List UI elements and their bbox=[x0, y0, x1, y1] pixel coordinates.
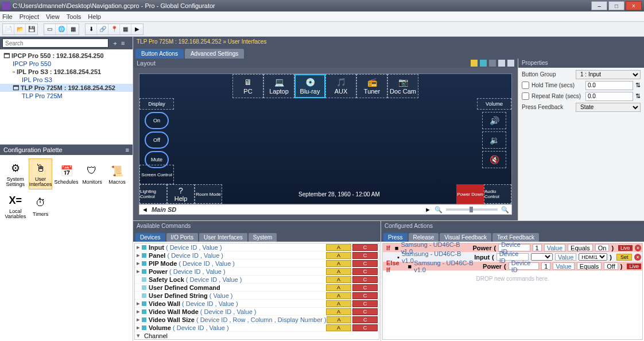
minimize-button[interactable]: ‒ bbox=[591, 1, 607, 10]
help-button[interactable]: ?Help bbox=[167, 184, 195, 204]
search-input[interactable] bbox=[2, 38, 108, 48]
spinner-icon[interactable]: ⇅ bbox=[635, 92, 641, 100]
command-row[interactable]: User Defined Command AC bbox=[135, 284, 379, 292]
source-tuner[interactable]: 📻Tuner bbox=[356, 74, 387, 98]
command-row[interactable]: ▸Video Wall Size ( Device ID , Row , Col… bbox=[135, 316, 379, 324]
power-down-button[interactable]: Power Down bbox=[456, 184, 484, 204]
press-feedback-select[interactable]: State bbox=[576, 103, 641, 112]
display-on-button[interactable]: On bbox=[145, 112, 169, 129]
tree-node[interactable]: ▫ IPL Pro S3 : 192.168.254.251 bbox=[0, 68, 133, 76]
configured-actions-title: Configured Actions bbox=[381, 221, 644, 230]
command-row[interactable]: ▸Video Wall Mode ( Device ID , Value )AC bbox=[135, 308, 379, 316]
tool-play-icon[interactable]: ▶ bbox=[131, 24, 143, 34]
command-row[interactable]: ▸Video Wall ( Device ID , Value )AC bbox=[135, 300, 379, 308]
menu-tools[interactable]: Tools bbox=[67, 13, 82, 20]
live-badge[interactable]: Live bbox=[618, 245, 633, 251]
volume-down-icon[interactable]: 🔉 bbox=[482, 131, 506, 149]
remove-icon[interactable]: × bbox=[635, 245, 641, 251]
close-button[interactable]: × bbox=[626, 1, 642, 10]
action-elseif-line[interactable]: Else If ■ Samsung - UD46C-B v1.0 Power (… bbox=[383, 262, 642, 271]
tab-advanced-settings[interactable]: Advanced Settings bbox=[185, 49, 244, 59]
tool-build-icon[interactable]: ⬇ bbox=[86, 24, 97, 34]
layout-min-icon[interactable] bbox=[489, 60, 496, 67]
palette-schedules[interactable]: 📅Schedules bbox=[53, 158, 79, 189]
set-button[interactable]: Set bbox=[616, 254, 633, 261]
source-pc[interactable]: 🖥PC bbox=[232, 74, 263, 98]
tree-node-selected[interactable]: 🗔 TLP Pro 725M : 192.168.254.252 bbox=[0, 84, 133, 92]
cmdtab-ui[interactable]: User Interfaces bbox=[199, 233, 247, 242]
lighting-button[interactable]: Lighting Control bbox=[139, 184, 167, 204]
tool-globe-icon[interactable]: 🌐 bbox=[56, 24, 67, 34]
menu-file[interactable]: File bbox=[2, 13, 13, 20]
cmdtab-devices[interactable]: Devices bbox=[135, 233, 165, 242]
palette-local-variables[interactable]: X=Local Variables bbox=[3, 191, 28, 222]
menu-help[interactable]: Help bbox=[88, 13, 101, 20]
palette-timers[interactable]: ⏱Timers bbox=[29, 191, 53, 222]
tool-new-icon[interactable]: 📄 bbox=[3, 24, 14, 34]
hold-time-check[interactable] bbox=[522, 82, 529, 89]
command-row[interactable]: ▸PIP Mode ( Device ID , Value )AC bbox=[135, 259, 379, 268]
palette-system-settings[interactable]: ⚙System Settings bbox=[3, 158, 28, 189]
tree-node[interactable]: 🗔 IPCP Pro 550 : 192.168.254.250 bbox=[0, 52, 133, 60]
tool-locate-icon[interactable]: 📍 bbox=[108, 24, 120, 34]
tree-sub[interactable]: IPL Pro S3 bbox=[22, 76, 52, 83]
layout-page-icon[interactable] bbox=[498, 60, 505, 67]
screen-control-button[interactable]: Screen Control bbox=[139, 165, 174, 184]
tree-sub[interactable]: TLP Pro 725M bbox=[22, 92, 63, 99]
layout-window-icon[interactable] bbox=[480, 60, 487, 67]
palette-macros[interactable]: 📜Macros bbox=[105, 158, 129, 189]
tool-open-icon[interactable]: 📂 bbox=[14, 24, 26, 34]
source-doccam[interactable]: 📷Doc Cam bbox=[387, 74, 418, 98]
tool-link-icon[interactable]: 🔗 bbox=[97, 24, 108, 34]
maximize-button[interactable]: □ bbox=[608, 1, 624, 10]
room-mode-button[interactable]: Room Mode bbox=[195, 184, 222, 204]
spinner-icon[interactable]: ⇅ bbox=[635, 82, 641, 89]
hold-time-input[interactable] bbox=[585, 81, 633, 90]
cmdtab-io[interactable]: I/O Ports bbox=[166, 233, 198, 242]
tool-window-icon[interactable]: ▭ bbox=[44, 24, 56, 34]
page-name: Main SD bbox=[152, 206, 176, 213]
command-row[interactable]: Safety Lock ( Device ID , Value )AC bbox=[135, 276, 379, 284]
remove-icon[interactable]: × bbox=[634, 254, 641, 261]
palette-menu-icon[interactable]: ≡ bbox=[126, 146, 129, 153]
layout-grid-icon[interactable] bbox=[471, 60, 478, 67]
add-device-icon[interactable]: ＋ bbox=[111, 39, 119, 47]
command-row[interactable]: User Defined String ( Value )AC bbox=[135, 292, 379, 300]
volume-mute-icon[interactable]: 🔇 bbox=[482, 151, 506, 168]
palette-user-interfaces[interactable]: 🖱User Interfaces bbox=[29, 158, 53, 189]
tree-sub[interactable]: IPCP Pro 550 bbox=[13, 60, 51, 67]
button-group-select[interactable]: 1 : Input bbox=[576, 70, 641, 79]
device-tree: 🗔 IPCP Pro 550 : 192.168.254.250 IPCP Pr… bbox=[0, 49, 133, 145]
zoom-in-icon[interactable]: 🔍 bbox=[501, 206, 509, 214]
zoom-slider[interactable] bbox=[446, 208, 498, 211]
tab-button-actions[interactable]: Button Actions bbox=[135, 49, 184, 59]
tool-grid-icon[interactable]: ▦ bbox=[120, 24, 131, 34]
source-laptop[interactable]: 💻Laptop bbox=[263, 74, 294, 98]
audio-control-button[interactable]: Audio Control bbox=[484, 184, 511, 204]
menu-project[interactable]: Project bbox=[20, 13, 39, 20]
palette-monitors[interactable]: 🛡Monitors bbox=[80, 158, 104, 189]
page-prev-icon[interactable]: ◄ bbox=[142, 206, 148, 213]
volume-up-icon[interactable]: 🔊 bbox=[482, 112, 506, 129]
layout-title: Layout bbox=[137, 60, 156, 67]
value-select[interactable]: HDMI1 bbox=[579, 253, 607, 261]
source-bluray[interactable]: 💿Blu-ray bbox=[294, 74, 325, 98]
page-next-icon[interactable]: ► bbox=[425, 206, 431, 213]
display-off-button[interactable]: Off bbox=[145, 131, 169, 149]
command-row[interactable]: ▸Input ( Device ID , Value )AC bbox=[135, 243, 379, 251]
command-group[interactable]: ▾Channel bbox=[135, 332, 379, 340]
command-row[interactable]: ▸Volume ( Device ID , Value )AC bbox=[135, 324, 379, 332]
command-row[interactable]: ▸Power ( Device ID , Value )AC bbox=[135, 268, 379, 276]
source-aux[interactable]: 🎵AUX bbox=[325, 74, 356, 98]
layout-menu-icon[interactable] bbox=[507, 60, 514, 67]
repeat-rate-input[interactable] bbox=[585, 92, 633, 101]
command-row[interactable]: ▸Panel ( Device ID , Value )AC bbox=[135, 251, 379, 259]
zoom-out-icon[interactable]: 🔍 bbox=[434, 206, 443, 214]
menu-icon[interactable]: ≡ bbox=[121, 40, 130, 46]
menu-view[interactable]: View bbox=[46, 13, 60, 20]
tool-save-icon[interactable]: 💾 bbox=[26, 24, 37, 34]
live-badge[interactable]: Live bbox=[627, 264, 641, 269]
cmdtab-system[interactable]: System bbox=[249, 233, 277, 242]
repeat-rate-check[interactable] bbox=[522, 92, 529, 100]
tool-layout-icon[interactable]: ▦ bbox=[67, 24, 79, 34]
